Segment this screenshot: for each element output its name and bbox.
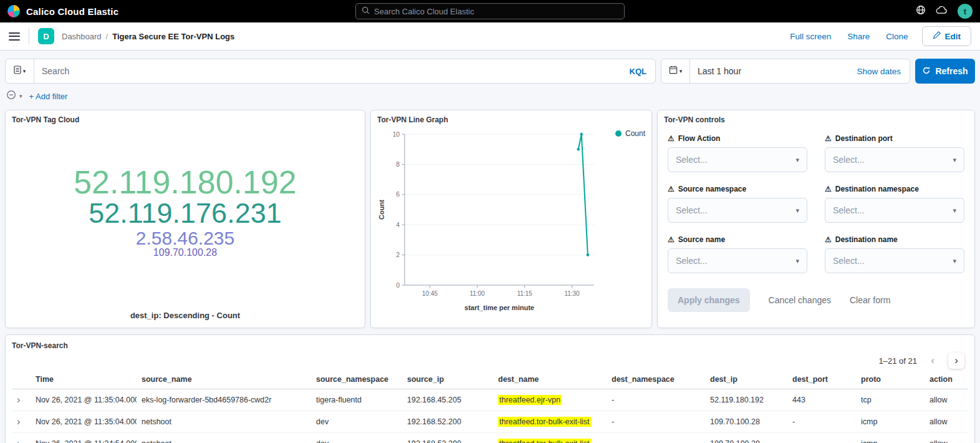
- column-header-proto: proto: [856, 370, 925, 389]
- control-select[interactable]: Select... ▾: [668, 198, 807, 223]
- global-search[interactable]: [355, 3, 625, 19]
- tag-cloud-term[interactable]: 2.58.46.235: [136, 228, 234, 248]
- cell-dest_ip: 52.119.180.192: [705, 389, 787, 411]
- app-title: Calico Cloud Elastic: [26, 6, 118, 17]
- cancel-changes-button[interactable]: Cancel changes: [769, 295, 831, 305]
- cell-dest_ip: 109.70.100.28: [705, 411, 787, 433]
- log-table: Timesource_namesource_namespacesource_ip…: [12, 370, 968, 443]
- query-language-button[interactable]: KQL: [630, 67, 646, 76]
- control-field-label-text: Source namespace: [678, 185, 746, 193]
- warning-icon: ⚠: [668, 134, 675, 143]
- control-select[interactable]: Select... ▾: [825, 248, 964, 273]
- chevron-down-icon: ▾: [953, 257, 956, 265]
- svg-text:0: 0: [396, 282, 400, 289]
- toolbar-link[interactable]: Share: [847, 32, 870, 41]
- tag-cloud-term[interactable]: 52.119.180.192: [74, 165, 297, 199]
- cell-dest_port: -: [787, 433, 856, 443]
- expand-row-icon[interactable]: ›: [17, 438, 20, 443]
- cell-proto: icmp: [856, 433, 925, 443]
- control-field-label: ⚠ Source name: [668, 235, 807, 244]
- svg-text:11:30: 11:30: [564, 290, 580, 297]
- chevron-down-icon: ▾: [953, 156, 956, 164]
- user-avatar[interactable]: t: [958, 4, 973, 19]
- column-header-source_ip: source_ip: [402, 370, 493, 389]
- clear-form-button[interactable]: Clear form: [850, 295, 890, 305]
- next-page-button[interactable]: ›: [948, 353, 964, 369]
- control-select[interactable]: Select... ▾: [825, 147, 964, 172]
- tag-cloud-term[interactable]: 52.119.176.231: [89, 199, 281, 228]
- edit-button-label: Edit: [945, 32, 961, 41]
- calendar-icon: [669, 66, 678, 77]
- svg-text:8: 8: [396, 161, 400, 168]
- globe-icon[interactable]: [916, 5, 926, 17]
- legend-item[interactable]: Count: [615, 129, 645, 138]
- cell-dest_namespace: -: [607, 389, 705, 411]
- svg-text:10:45: 10:45: [422, 290, 438, 297]
- control-select[interactable]: Select... ▾: [668, 248, 807, 273]
- add-filter-link[interactable]: + Add filter: [29, 92, 68, 101]
- cell-source_namespace: dev: [311, 411, 402, 433]
- table-row: ›Nov 26, 2021 @ 11:35:04.000eks-log-forw…: [12, 389, 968, 411]
- select-placeholder: Select...: [833, 256, 865, 266]
- panel-title: Tor-VPN Line Graph: [371, 110, 651, 129]
- global-search-input[interactable]: [374, 7, 618, 16]
- time-range-value[interactable]: Last 1 hour: [698, 66, 741, 76]
- toolbar-link[interactable]: Clone: [886, 32, 908, 41]
- control-select[interactable]: Select... ▾: [825, 198, 964, 223]
- control-field: ⚠ Destination name Select... ▾: [825, 235, 964, 273]
- column-header-source_name: source_name: [137, 370, 311, 389]
- query-input[interactable]: [42, 66, 625, 76]
- tag-cloud: 52.119.180.19252.119.176.2312.58.46.2351…: [6, 132, 365, 291]
- column-header-dest_port: dest_port: [787, 370, 856, 389]
- filter-menu-icon[interactable]: [6, 90, 16, 102]
- show-dates-link[interactable]: Show dates: [857, 67, 901, 76]
- cell-source_ip: 192.168.52.200: [402, 433, 493, 443]
- previous-page-button[interactable]: ‹: [925, 353, 941, 369]
- breadcrumb-root[interactable]: Dashboard: [62, 32, 102, 41]
- divider: [29, 28, 29, 44]
- edit-button[interactable]: Edit: [922, 26, 972, 46]
- cell-source_name: eks-log-forwarder-5bd4659786-cwd2r: [137, 389, 311, 411]
- log-table-body: ›Nov 26, 2021 @ 11:35:04.000eks-log-forw…: [12, 389, 968, 443]
- tag-cloud-term[interactable]: 109.70.100.28: [153, 248, 217, 258]
- dashboard-app-badge[interactable]: D: [38, 28, 54, 44]
- apply-changes-button[interactable]: Apply changes: [668, 288, 750, 312]
- cell-dest_ip: 109.70.100.28: [705, 433, 787, 443]
- date-quick-select-button[interactable]: ▾: [661, 59, 690, 83]
- tag-cloud-panel: Tor-VPN Tag Cloud 52.119.180.19252.119.1…: [5, 110, 365, 328]
- control-field-label: ⚠ Destination namespace: [825, 185, 964, 193]
- cell-proto: icmp: [856, 411, 925, 433]
- refresh-button-label: Refresh: [935, 66, 968, 76]
- svg-text:start_time per minute: start_time per minute: [464, 304, 534, 311]
- cell-source_ip: 192.168.45.205: [402, 389, 493, 411]
- expand-row-icon[interactable]: ›: [17, 394, 20, 405]
- column-header-dest_namespace: dest_namespace: [607, 370, 705, 389]
- chart-legend: Count: [615, 129, 645, 138]
- control-field-label-text: Destination port: [835, 134, 893, 143]
- cell-action: allow: [925, 389, 968, 411]
- toolbar-link[interactable]: Full screen: [790, 32, 831, 41]
- control-field: ⚠ Source namespace Select... ▾: [668, 185, 807, 223]
- chevron-down-icon: ▾: [680, 68, 683, 74]
- cell-dest_port: 443: [787, 389, 856, 411]
- control-field-label-text: Destination name: [835, 235, 898, 244]
- refresh-button[interactable]: Refresh: [915, 59, 975, 84]
- select-placeholder: Select...: [833, 205, 865, 215]
- saved-query-menu-button[interactable]: ▾: [6, 59, 34, 83]
- select-placeholder: Select...: [676, 155, 708, 165]
- line-chart: 024681010:4511:0011:1511:30Countstart_ti…: [376, 128, 600, 318]
- table-header-row: Timesource_namesource_namespacesource_ip…: [12, 370, 968, 389]
- highlighted-dest-name: threatfeed.tor-bulk-exit-list: [498, 417, 591, 427]
- panel-title: Tor-VPN Tag Cloud: [6, 110, 365, 129]
- breadcrumb-separator: /: [106, 32, 108, 41]
- expand-row-icon[interactable]: ›: [17, 416, 20, 427]
- cloud-icon[interactable]: [936, 6, 948, 17]
- menu-icon[interactable]: [9, 32, 20, 41]
- pencil-icon: [933, 31, 941, 41]
- control-select[interactable]: Select... ▾: [668, 147, 807, 172]
- cell-dest_name: threatfeed.ejr-vpn: [493, 389, 607, 411]
- column-header-time: Time: [31, 370, 137, 389]
- cell-source_ip: 192.168.52.200: [402, 411, 493, 433]
- controls-grid: ⚠ Flow Action Select... ▾ ⚠ Destination …: [658, 129, 974, 273]
- cell-action: allow: [925, 411, 968, 433]
